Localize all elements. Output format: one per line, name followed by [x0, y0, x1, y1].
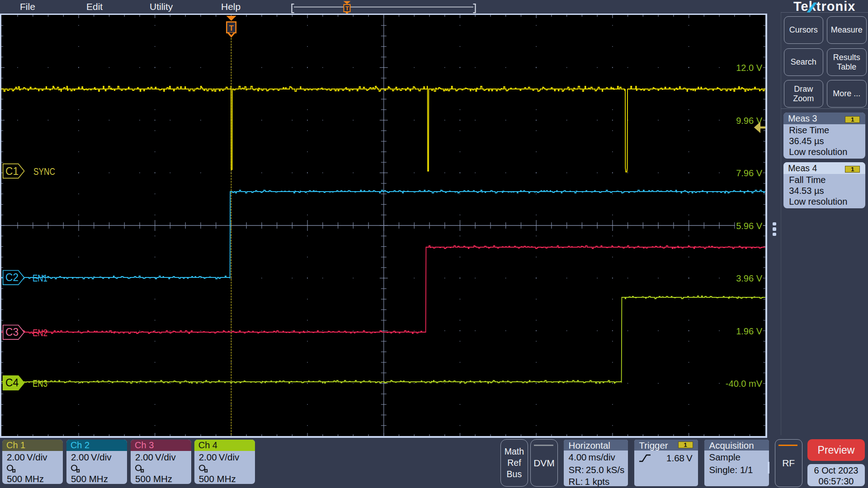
- svg-text:C4: C4: [5, 377, 19, 389]
- svg-text:Tektronix: Tektronix: [793, 0, 855, 14]
- svg-text:EN3: EN3: [33, 378, 47, 389]
- svg-text:T: T: [345, 5, 349, 12]
- svg-text:12.0 V: 12.0 V: [736, 63, 762, 73]
- svg-text:C3: C3: [5, 326, 19, 338]
- svg-text:T: T: [229, 24, 234, 33]
- svg-text:3.96 V: 3.96 V: [736, 273, 762, 283]
- svg-text:C2: C2: [5, 272, 19, 283]
- svg-text:EN1: EN1: [33, 272, 47, 284]
- svg-text:-40.0 mV: -40.0 mV: [726, 379, 763, 389]
- svg-text:C1: C1: [5, 165, 19, 177]
- svg-text:SYNC: SYNC: [33, 166, 55, 177]
- svg-text:EN2: EN2: [33, 327, 47, 338]
- svg-text:7.96 V: 7.96 V: [736, 168, 762, 178]
- svg-text:5.96 V: 5.96 V: [736, 221, 762, 231]
- svg-text:1.96 V: 1.96 V: [736, 326, 762, 336]
